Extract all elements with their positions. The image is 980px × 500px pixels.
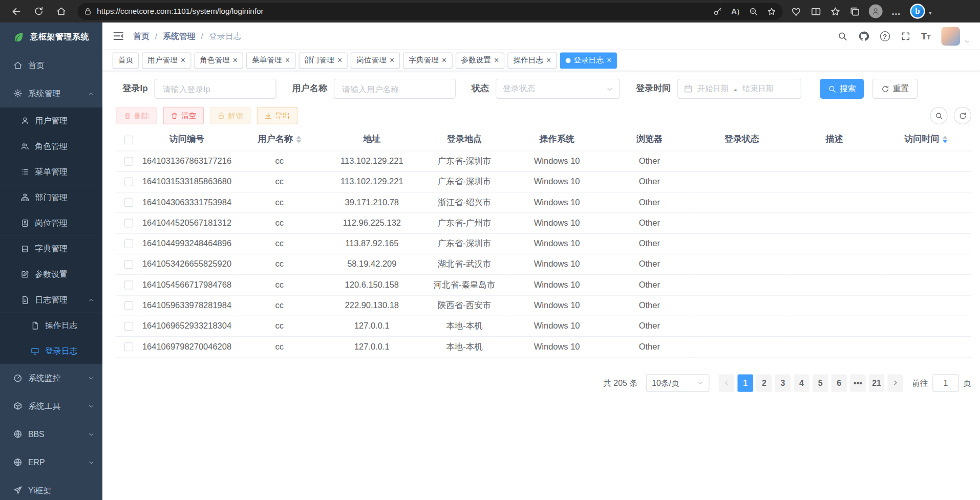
close-icon[interactable]: × xyxy=(546,56,551,64)
toggle-search-button[interactable] xyxy=(930,107,947,124)
page-button-3[interactable]: 3 xyxy=(775,374,791,392)
row-checkbox[interactable] xyxy=(124,260,133,269)
browser-back-button[interactable] xyxy=(6,3,26,20)
tab-role-management[interactable]: 角色管理× xyxy=(194,52,243,69)
user-avatar[interactable] xyxy=(941,27,960,46)
sidebar-item-menu-management[interactable]: 菜单管理 xyxy=(0,159,102,184)
password-key-icon[interactable] xyxy=(713,7,722,16)
user-name-input[interactable] xyxy=(334,79,456,99)
favorites-star-icon[interactable] xyxy=(830,6,841,17)
sidebar-item-erp[interactable]: ERP xyxy=(0,448,102,476)
sidebar-item-system-tools[interactable]: 系统工具 xyxy=(0,392,102,420)
sidebar-collapse-button[interactable] xyxy=(113,30,124,42)
font-size-icon[interactable]: TT xyxy=(921,31,931,40)
close-icon[interactable]: × xyxy=(233,56,238,64)
tab-home[interactable]: 首页 xyxy=(113,52,139,69)
row-checkbox[interactable] xyxy=(124,240,133,248)
tab-user-management[interactable]: 用户管理× xyxy=(142,52,191,69)
sidebar-item-post-management[interactable]: 岗位管理 xyxy=(0,210,102,235)
page-button-21[interactable]: 21 xyxy=(869,374,885,392)
select-all-checkbox[interactable] xyxy=(124,136,133,144)
browser-home-button[interactable] xyxy=(51,3,71,20)
page-button-5[interactable]: 5 xyxy=(813,374,828,392)
sidebar-item-user-management[interactable]: 用户管理 xyxy=(0,107,102,133)
tab-menu-management[interactable]: 菜单管理× xyxy=(246,52,295,69)
sidebar-item-operation-log[interactable]: 操作日志 xyxy=(0,313,102,338)
refresh-table-button[interactable] xyxy=(954,107,971,124)
row-checkbox[interactable] xyxy=(124,198,133,207)
clear-button[interactable]: 清空 xyxy=(163,107,204,124)
chevron-down-icon[interactable]: ▾ xyxy=(929,10,932,19)
sort-icon[interactable] xyxy=(296,136,301,143)
row-checkbox[interactable] xyxy=(124,281,133,290)
page-button-4[interactable]: 4 xyxy=(794,374,809,392)
sidebar-item-log-management[interactable]: 日志管理 xyxy=(0,287,102,313)
page-button-2[interactable]: 2 xyxy=(756,374,772,392)
tab-post-management[interactable]: 岗位管理× xyxy=(351,52,400,69)
help-icon[interactable]: ? xyxy=(880,31,890,41)
search-button[interactable]: 搜索 xyxy=(820,79,864,99)
export-button[interactable]: 导出 xyxy=(257,107,297,124)
site-info-lock-icon[interactable] xyxy=(84,7,92,15)
split-screen-icon[interactable] xyxy=(811,6,821,17)
page-size-select[interactable]: 10条/页 xyxy=(646,374,709,392)
goto-page-input[interactable] xyxy=(932,374,958,392)
tab-login-log[interactable]: 登录日志× xyxy=(560,52,617,69)
status-select[interactable]: 登录状态 xyxy=(496,79,621,99)
row-checkbox[interactable] xyxy=(124,219,133,228)
close-icon[interactable]: × xyxy=(285,56,290,64)
login-time-range-picker[interactable]: 开始日期 - 结束日期 xyxy=(678,79,802,99)
login-ip-input[interactable] xyxy=(155,79,276,99)
breadcrumb-home[interactable]: 首页 xyxy=(133,30,150,41)
sidebar-item-system-monitoring[interactable]: 系统监控 xyxy=(0,364,102,392)
browser-profile-avatar[interactable] xyxy=(869,5,883,18)
next-page-button[interactable] xyxy=(887,374,903,392)
close-icon[interactable]: × xyxy=(181,56,185,64)
sidebar-item-yi-framework[interactable]: Yi框架 xyxy=(0,476,102,500)
bing-copilot-icon[interactable]: b xyxy=(910,4,925,18)
delete-button[interactable]: 删除 xyxy=(116,107,157,124)
sidebar-item-department-management[interactable]: 部门管理 xyxy=(0,184,102,210)
row-checkbox[interactable] xyxy=(124,178,133,186)
close-icon[interactable]: × xyxy=(607,56,611,64)
tab-parameter-settings[interactable]: 参数设置× xyxy=(455,52,504,69)
browser-menu-icon[interactable]: … xyxy=(891,6,902,17)
browser-essentials-icon[interactable] xyxy=(791,6,802,17)
add-favorite-star-icon[interactable] xyxy=(767,7,776,16)
tab-department-management[interactable]: 部门管理× xyxy=(299,52,348,69)
zoom-icon[interactable] xyxy=(749,7,758,16)
sidebar-item-system-management[interactable]: 系统管理 xyxy=(0,79,102,107)
tab-operation-log[interactable]: 操作日志× xyxy=(507,52,557,69)
close-icon[interactable]: × xyxy=(442,56,446,64)
browser-refresh-button[interactable] xyxy=(29,3,49,20)
row-checkbox[interactable] xyxy=(124,301,133,310)
row-checkbox[interactable] xyxy=(124,343,133,352)
github-icon[interactable] xyxy=(858,30,869,41)
breadcrumb-system-management[interactable]: 系统管理 xyxy=(163,30,195,41)
page-button-1[interactable]: 1 xyxy=(737,374,753,392)
sidebar-item-role-management[interactable]: 角色管理 xyxy=(0,133,102,159)
row-checkbox[interactable] xyxy=(124,322,133,331)
row-checkbox[interactable] xyxy=(124,157,133,166)
sidebar-item-bbs[interactable]: BBS xyxy=(0,420,102,448)
user-menu-caret-icon[interactable] xyxy=(965,38,970,45)
sidebar-item-dictionary-management[interactable]: 字典管理 xyxy=(0,235,102,261)
close-icon[interactable]: × xyxy=(494,56,499,64)
tab-dictionary-management[interactable]: 字典管理× xyxy=(403,52,452,69)
sidebar-item-parameter-settings[interactable]: 参数设置 xyxy=(0,262,102,287)
more-pages-button[interactable]: ••• xyxy=(850,374,866,392)
fullscreen-icon[interactable] xyxy=(901,31,911,41)
collections-icon[interactable] xyxy=(849,6,860,17)
search-icon[interactable] xyxy=(837,31,847,41)
read-aloud-icon[interactable]: A) xyxy=(731,7,740,15)
sidebar-item-login-log[interactable]: 登录日志 xyxy=(0,338,102,364)
close-icon[interactable]: × xyxy=(390,56,394,64)
sidebar-item-home[interactable]: 首页 xyxy=(0,51,102,79)
reset-button[interactable]: 重置 xyxy=(873,79,918,99)
address-bar[interactable]: https://ccnetcore.com:1101/system/log/lo… xyxy=(77,3,782,19)
sort-icon[interactable] xyxy=(943,136,948,143)
unlock-button[interactable]: 解锁 xyxy=(210,107,250,124)
page-button-6[interactable]: 6 xyxy=(832,374,847,392)
prev-page-button[interactable] xyxy=(719,374,735,392)
close-icon[interactable]: × xyxy=(337,56,342,64)
